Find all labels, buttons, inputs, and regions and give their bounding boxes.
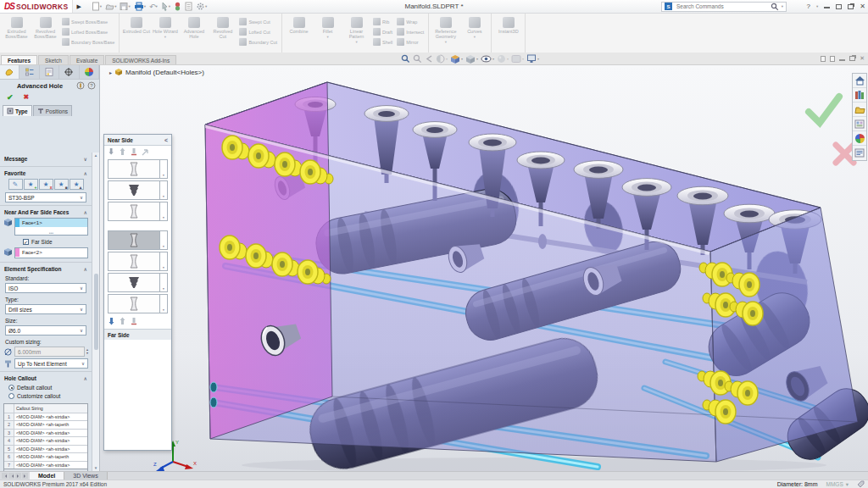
- favorite-load-icon[interactable]: ★▲: [70, 179, 84, 190]
- breadcrumb[interactable]: ▸ Manifold (Default<Holes>): [109, 68, 204, 76]
- insert-element-above-icon[interactable]: [120, 147, 127, 156]
- section-view-icon[interactable]: ▾: [436, 54, 448, 64]
- far-element-straight-1-selected[interactable]: ▾: [108, 230, 168, 250]
- type-dropdown[interactable]: Drill sizes∨: [5, 304, 86, 314]
- chevron-down-icon[interactable]: ∨: [84, 156, 87, 162]
- rebuild-icon[interactable]: [174, 2, 181, 11]
- search-commands-box[interactable]: S ▾: [661, 2, 787, 12]
- mirror-button[interactable]: Mirror: [397, 38, 424, 46]
- section-message[interactable]: Message∨: [0, 152, 92, 164]
- units-selector[interactable]: MMGS▾: [826, 481, 849, 488]
- insert-element-below-icon[interactable]: [108, 147, 116, 156]
- near-element-straight-1[interactable]: ▾: [108, 159, 168, 179]
- curves-dropdown-icon[interactable]: ▾: [474, 36, 476, 40]
- print-icon[interactable]: ▾: [134, 2, 146, 11]
- customize-callout-radio[interactable]: [8, 393, 14, 399]
- collapse-flyout-icon[interactable]: <: [164, 137, 168, 143]
- far-element-straight-2[interactable]: ▾: [108, 252, 168, 271]
- search-input[interactable]: [675, 3, 768, 10]
- favorite-add-icon[interactable]: ★+: [24, 179, 38, 190]
- section-hole-callout[interactable]: Hole Callout∧: [0, 371, 92, 383]
- curves-button[interactable]: Curves▾: [460, 15, 488, 40]
- panel-help-icon[interactable]: ?: [87, 81, 96, 90]
- tab-next-icon[interactable]: [15, 473, 21, 479]
- edit-appearance-icon[interactable]: ▾: [497, 54, 509, 64]
- revolved-boss-base-button[interactable]: Revolved Boss/Base: [31, 15, 59, 39]
- section-favorite[interactable]: Favorite∧: [0, 166, 92, 178]
- restore-icon[interactable]: [848, 4, 854, 9]
- section-element-specification[interactable]: Element Specification∧: [0, 262, 92, 274]
- view-palette-icon[interactable]: [853, 117, 866, 131]
- new-document-icon[interactable]: ▾: [92, 2, 102, 11]
- near-element-straight-3[interactable]: ▾: [108, 202, 168, 221]
- tab-positions[interactable]: Positions: [33, 105, 72, 116]
- select-cursor-icon[interactable]: ▾: [161, 2, 170, 11]
- extruded-boss-base-button[interactable]: Extruded Boss/Base: [3, 15, 31, 39]
- lofted-boss-base-button[interactable]: Lofted Boss/Base: [62, 28, 114, 36]
- intersect-button[interactable]: Intersect: [397, 28, 424, 36]
- face1-item[interactable]: Face<1>: [15, 219, 87, 227]
- standard-dropdown[interactable]: ISO∨: [5, 283, 86, 293]
- tab-last-icon[interactable]: [22, 473, 28, 479]
- table-row[interactable]: 2<MOD-DIAM> <ah-taperth: [4, 420, 87, 429]
- panel-scrollbar[interactable]: ▲ ▼: [92, 152, 99, 471]
- extruded-cut-button[interactable]: Extruded Cut: [122, 15, 150, 34]
- tab-feature-manager-tree[interactable]: [19, 65, 39, 79]
- far-insert-below-icon[interactable]: [108, 317, 116, 325]
- draft-button[interactable]: Draft: [373, 28, 392, 36]
- far-face-box[interactable]: Face<2>: [14, 247, 88, 258]
- open-document-icon[interactable]: ▾: [105, 2, 116, 11]
- tab-sketch[interactable]: Sketch: [38, 55, 69, 64]
- 3d-model-canvas[interactable]: Y X Z: [100, 65, 868, 471]
- refgeom-dropdown-icon[interactable]: ▾: [445, 41, 447, 45]
- close-icon[interactable]: ✕: [860, 3, 865, 10]
- pushpin-icon[interactable]: [76, 81, 85, 90]
- search-dropdown-icon[interactable]: ▾: [782, 4, 783, 8]
- file-properties-icon[interactable]: [185, 2, 192, 11]
- graphics-viewport[interactable]: Y X Z ▸ Manifold (Default<Holes>): [100, 65, 868, 471]
- spinner-arrows[interactable]: ▴▾: [86, 348, 88, 356]
- doc-window-icon[interactable]: [821, 56, 826, 62]
- element-dropdown-icon[interactable]: ▾: [160, 159, 168, 179]
- previous-view-icon[interactable]: [425, 54, 433, 64]
- help-icon[interactable]: ?: [807, 3, 810, 10]
- shell-button[interactable]: Shell: [373, 38, 392, 46]
- table-row[interactable]: 3<MOD-DIAM> <ah-strtdia>: [4, 429, 87, 437]
- options-gear-icon[interactable]: ▾: [196, 2, 207, 11]
- far-delete-icon[interactable]: [131, 317, 138, 325]
- rib-button[interactable]: Rib: [373, 18, 392, 25]
- table-row[interactable]: 5<MOD-DIAM> <ah-strtdia>: [4, 445, 87, 453]
- swept-cut-button[interactable]: Swept Cut: [239, 18, 277, 25]
- near-face-listbox[interactable]: Face<1> •••: [14, 218, 88, 236]
- scroll-thumb[interactable]: [94, 274, 98, 350]
- zoom-to-fit-icon[interactable]: [401, 54, 410, 64]
- undo-icon[interactable]: ↶▾: [149, 3, 158, 11]
- default-callout-radio[interactable]: [8, 385, 14, 391]
- view-orientation-icon[interactable]: ▾: [450, 54, 463, 64]
- table-row[interactable]: 1<MOD-DIAM> <ah-strtdia>: [4, 413, 87, 421]
- size-dropdown[interactable]: Ø6.0∨: [5, 325, 86, 336]
- table-row[interactable]: 6<MOD-DIAM> <ah-taperth: [4, 452, 87, 461]
- end-condition-dropdown[interactable]: Up To Next Element∨: [14, 358, 88, 369]
- far-element-straight-4[interactable]: ▾: [108, 294, 168, 313]
- near-element-taper-2[interactable]: ▾: [108, 180, 168, 200]
- far-element-taper-3[interactable]: ▾: [108, 273, 168, 292]
- lofted-cut-button[interactable]: Lofted Cut: [239, 28, 277, 36]
- tab-evaluate[interactable]: Evaluate: [70, 55, 104, 64]
- file-explorer-icon[interactable]: [853, 103, 866, 117]
- linear-pattern-button[interactable]: Linear Pattern▾: [342, 15, 370, 45]
- instant3d-button[interactable]: Instant3D: [494, 15, 522, 34]
- view-settings-icon[interactable]: ▾: [526, 54, 539, 64]
- doc-close-icon[interactable]: ✕: [860, 55, 865, 62]
- tab-dimxpert-manager[interactable]: [59, 65, 79, 79]
- tab-solidworks-addins[interactable]: SOLIDWORKS Add-Ins: [105, 55, 176, 64]
- favorite-delete-icon[interactable]: ★x: [39, 179, 53, 190]
- hole-wizard-button[interactable]: Hole Wizard▾: [151, 15, 179, 40]
- tree-root-label[interactable]: Manifold (Default<Holes>): [125, 69, 204, 76]
- cancel-button[interactable]: ✖: [24, 93, 30, 101]
- zoom-to-area-icon[interactable]: [413, 54, 422, 64]
- display-style-icon[interactable]: ▾: [465, 54, 478, 64]
- ok-button[interactable]: ✔: [7, 93, 14, 102]
- boundary-boss-base-button[interactable]: Boundary Boss/Base: [62, 38, 114, 46]
- tab-features[interactable]: Features: [1, 55, 37, 64]
